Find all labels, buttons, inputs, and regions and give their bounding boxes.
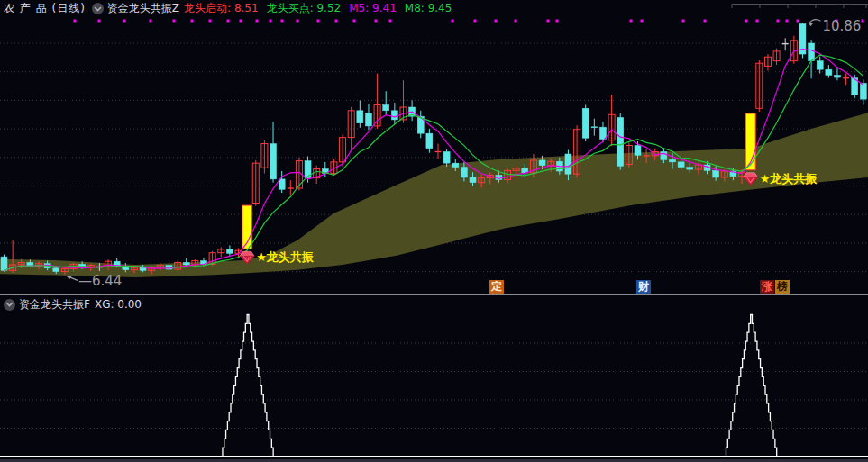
collapse-chevron-icon[interactable] — [92, 3, 104, 14]
indicator-field-3: M8: 9.45 — [405, 2, 452, 14]
symbol-title: 农 产 品 (日线) — [4, 1, 86, 16]
xg-spike-1 — [725, 315, 777, 457]
watermark-badge-3[interactable]: 榜 — [775, 280, 790, 294]
main-candlestick-chart[interactable]: 10.86—6.44★龙头共振★龙头共振 — [0, 0, 868, 294]
main-indicator-name[interactable]: 资金龙头共振Z — [107, 1, 179, 16]
xg-signal-chart[interactable] — [0, 294, 868, 462]
main-chart-header: 农 产 品 (日线) 资金龙头共振Z 龙头启动: 8.51龙头买点: 9.52M… — [0, 0, 868, 17]
indicator-field-1: 龙头买点: 9.52 — [267, 2, 342, 14]
fund-band-area — [0, 113, 868, 277]
xg-value: XG: 0.00 — [95, 298, 142, 311]
xg-spike-0 — [221, 315, 273, 457]
high-price-label: 10.86 — [809, 18, 861, 34]
svg-text:10.86: 10.86 — [822, 18, 861, 34]
svg-text:—6.44: —6.44 — [78, 273, 122, 289]
svg-text:★龙头共振: ★龙头共振 — [256, 250, 315, 264]
indicator-field-2: M5: 9.41 — [349, 2, 397, 14]
trading-chart-window: 农 产 品 (日线) 资金龙头共振Z 龙头启动: 8.51龙头买点: 9.52M… — [0, 0, 868, 462]
svg-text:★龙头共振: ★龙头共振 — [760, 172, 818, 186]
indicator-field-0: 龙头启动: 8.51 — [184, 2, 259, 14]
low-price-label: —6.44 — [67, 273, 122, 289]
sub-collapse-chevron-icon[interactable] — [4, 299, 15, 311]
magenta-dot-markers — [74, 20, 864, 23]
sub-indicator-name[interactable]: 资金龙头共振F — [19, 297, 90, 313]
main-indicator-values: 龙头启动: 8.51龙头买点: 9.52M5: 9.41M8: 9.45 — [184, 1, 460, 16]
watermark-badge-0[interactable]: 定 — [489, 280, 504, 294]
watermark-badge-1[interactable]: 财 — [636, 280, 651, 294]
sub-chart-header: 资金龙头共振F XG: 0.00 — [0, 296, 142, 313]
panel-divider[interactable] — [0, 294, 868, 295]
watermark-badge-2[interactable]: 涨 — [760, 280, 774, 294]
